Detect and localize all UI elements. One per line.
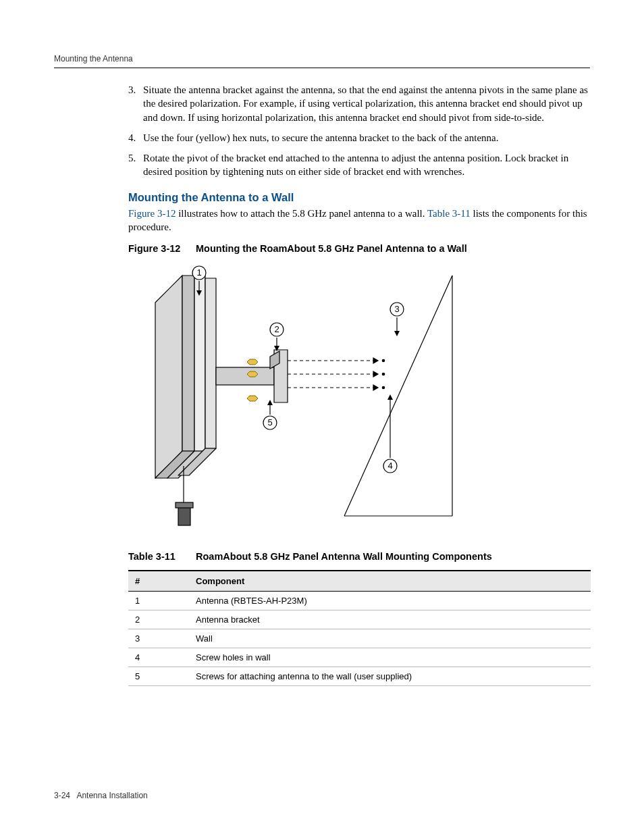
svg-marker-16 [373, 371, 378, 377]
table-ref-link[interactable]: Table 3‑11 [427, 208, 471, 219]
svg-marker-3 [194, 276, 205, 451]
callout-3: 3 [390, 303, 404, 336]
svg-point-25 [382, 373, 385, 376]
antenna-panel-icon [155, 276, 216, 478]
step-4: Use the four (yellow) hex nuts, to secur… [128, 131, 590, 145]
page-footer: 3-24 Antenna Installation [54, 791, 148, 800]
table-row: 1 Antenna (RBTES-AH-P23M) [128, 592, 591, 610]
svg-marker-0 [155, 276, 182, 478]
section-intro: Figure 3‑12 illustrates how to attach th… [128, 207, 590, 234]
table-cell-comp: Screw holes in wall [189, 648, 591, 667]
components-table: # Component 1 Antenna (RBTES-AH-P23M) 2 … [128, 570, 591, 686]
callout-4: 4 [383, 394, 397, 473]
svg-marker-14 [373, 358, 378, 363]
svg-marker-44 [267, 400, 273, 405]
procedure-steps: Situate the antenna bracket against the … [128, 83, 590, 179]
figure-ref-link[interactable]: Figure 3‑12 [128, 208, 176, 219]
svg-marker-41 [387, 394, 393, 400]
svg-marker-10 [247, 359, 258, 365]
intro-mid: illustrates how to attach the 5.8 GHz pa… [176, 208, 427, 219]
table-title: RoamAbout 5.8 GHz Panel Antenna Wall Mou… [196, 551, 492, 562]
table-cell-comp: Wall [189, 629, 591, 648]
svg-marker-12 [247, 396, 258, 401]
section-heading: Mounting the Antenna to a Wall [128, 191, 590, 204]
table-cell-comp: Antenna (RBTES-AH-P23M) [189, 592, 591, 610]
assembly-arrows-icon [288, 358, 378, 390]
svg-marker-18 [373, 385, 378, 390]
svg-marker-1 [182, 276, 194, 451]
figure-diagram: 1 2 3 4 [142, 262, 459, 532]
table-cell-num: 3 [128, 629, 189, 648]
table-caption: Table 3-11 RoamAbout 5.8 GHz Panel Anten… [128, 551, 590, 562]
callout-4-text: 4 [387, 461, 392, 471]
callout-5: 5 [263, 400, 277, 429]
table-cell-num: 5 [128, 667, 189, 686]
figure-label: Figure 3-12 [128, 243, 193, 254]
figure-title: Mounting the RoamAbout 5.8 GHz Panel Ant… [196, 243, 467, 254]
step-5: Rotate the pivot of the bracket end atta… [128, 151, 590, 179]
callout-3-text: 3 [394, 304, 399, 314]
callout-1-text: 1 [196, 267, 201, 278]
svg-marker-5 [205, 278, 216, 448]
table-header-component: Component [189, 571, 591, 592]
figure-caption: Figure 3-12 Mounting the RoamAbout 5.8 G… [128, 243, 590, 254]
table-row: 2 Antenna bracket [128, 610, 591, 629]
table-row: 3 Wall [128, 629, 591, 648]
table-cell-num: 2 [128, 610, 189, 629]
svg-rect-30 [176, 502, 193, 508]
running-head: Mounting the Antenna [54, 54, 590, 63]
step-3: Situate the antenna bracket against the … [128, 83, 590, 124]
svg-point-26 [382, 386, 385, 390]
table-header-row: # Component [128, 571, 591, 592]
table-header-num: # [128, 571, 189, 592]
table-label: Table 3-11 [128, 551, 193, 562]
table-cell-num: 4 [128, 648, 189, 667]
page-container: Mounting the Antenna Situate the antenna… [0, 0, 644, 834]
table-cell-comp: Antenna bracket [189, 610, 591, 629]
header-rule [54, 68, 590, 68]
callout-2-text: 2 [274, 324, 279, 334]
chapter-name: Antenna Installation [76, 791, 147, 800]
svg-marker-11 [247, 371, 258, 377]
table-row: 5 Screws for attaching antenna to the wa… [128, 667, 591, 686]
table-cell-comp: Screws for attaching antenna to the wall… [189, 667, 591, 686]
svg-point-24 [382, 359, 385, 363]
table-cell-num: 1 [128, 592, 189, 610]
callout-2: 2 [270, 323, 284, 351]
callout-5-text: 5 [267, 417, 272, 427]
svg-rect-7 [216, 367, 274, 385]
antenna-wall-mount-svg: 1 2 3 4 [142, 262, 459, 532]
table-row: 4 Screw holes in wall [128, 648, 591, 667]
page-number: 3-24 [54, 791, 70, 800]
svg-marker-38 [394, 331, 400, 336]
